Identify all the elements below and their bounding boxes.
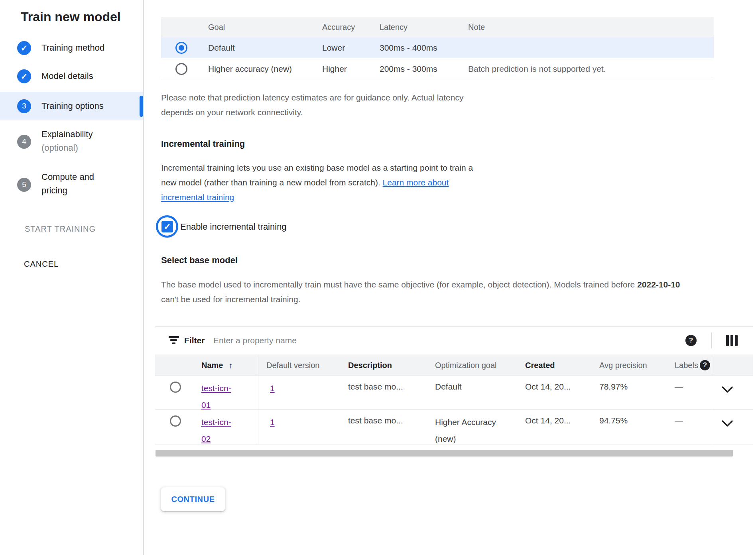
version-cell[interactable]: 1 — [270, 380, 275, 397]
filter-toolbar: Filter ? — [155, 327, 753, 354]
base-model-desc-after: can't be used for incremental training. — [161, 295, 301, 304]
latency-cell: 300ms - 400ms — [380, 37, 437, 58]
goal-column-header: Optimization goal — [435, 354, 497, 376]
help-icon[interactable]: ? — [685, 335, 697, 346]
accuracy-cell: Lower — [322, 37, 345, 58]
version-link[interactable]: 1 — [270, 384, 275, 393]
sidebar-item-training-options[interactable]: 3 Training options — [17, 99, 104, 113]
goal-row-higher-accuracy[interactable]: Higher accuracy (new) Higher 200ms - 300… — [161, 58, 714, 79]
note-column-header: Note — [468, 17, 485, 37]
column-settings-icon[interactable] — [726, 335, 738, 346]
radio-unselected[interactable] — [175, 63, 187, 75]
horizontal-scrollbar — [155, 445, 753, 457]
latency-disclaimer-text: Please note that prediction latency esti… — [161, 90, 552, 120]
goal-cell: Default — [435, 382, 462, 392]
created-cell: Oct 14, 20... — [525, 382, 571, 392]
latency-disclaimer-line1: Please note that prediction latency esti… — [161, 93, 463, 102]
goal-cell: Higher Accuracy(new) — [435, 414, 496, 447]
model-name-line2[interactable]: 01 — [201, 400, 211, 409]
filter-input[interactable] — [213, 333, 652, 348]
cancel-button[interactable]: CANCEL — [24, 260, 59, 269]
precision-column-header: Avg precision — [599, 354, 647, 376]
step-done-icon: ✓ — [17, 69, 31, 83]
enable-incremental-label: Enable incremental training — [180, 222, 287, 232]
sidebar-item-label: Training options — [41, 101, 104, 111]
goal-table-header: Goal Accuracy Latency Note — [161, 17, 714, 37]
enable-incremental-checkbox[interactable]: ✓ — [161, 221, 173, 232]
description-column-header: Description — [348, 354, 392, 376]
sidebar-item-training-method[interactable]: ✓ Training method — [17, 41, 104, 55]
model-name-line2[interactable]: 02 — [201, 434, 211, 443]
step-done-icon: ✓ — [17, 41, 31, 55]
precision-cell: 78.97% — [599, 382, 628, 392]
accuracy-cell: Higher — [322, 58, 347, 79]
toolbar-divider — [711, 333, 712, 348]
sidebar-item-explainability[interactable]: 4 — [17, 134, 31, 149]
latency-column-header: Latency — [380, 17, 408, 37]
goal-cell: Default — [208, 37, 235, 58]
sidebar-item-model-details[interactable]: ✓ Model details — [17, 69, 93, 83]
created-column-header: Created — [525, 354, 555, 376]
page-title: Train new model — [21, 10, 121, 24]
learn-more-link[interactable]: Learn more about — [383, 178, 449, 187]
step-number-icon: 4 — [17, 135, 31, 149]
radio-selected[interactable] — [175, 42, 187, 54]
scrollbar-thumb[interactable] — [156, 450, 733, 457]
labels-cell: — — [675, 382, 683, 392]
incremental-desc-line2: new model (rather than training a new mo… — [161, 178, 383, 187]
sidebar-item-label: Training method — [41, 43, 104, 53]
goal-cell: Higher accuracy (new) — [208, 58, 292, 79]
model-radio-unselected[interactable] — [170, 415, 181, 427]
model-row-test-icn-02[interactable]: test-icn-02 1 test base mo... Higher Acc… — [155, 410, 753, 445]
start-training-button[interactable]: START TRAINING — [25, 224, 96, 234]
model-radio-unselected[interactable] — [170, 382, 181, 393]
model-name-link[interactable]: test-icn-01 — [201, 380, 231, 413]
expand-row-chevron-icon[interactable] — [721, 386, 733, 395]
sidebar-item-label: Model details — [41, 71, 93, 81]
created-cell: Oct 14, 20... — [525, 416, 571, 425]
radio-dot — [179, 45, 184, 51]
labels-column-header: Labels — [675, 354, 698, 376]
sidebar-item-sublabel: (optional) — [41, 143, 78, 153]
expand-row-chevron-icon[interactable] — [721, 420, 733, 429]
column-divider — [712, 354, 712, 445]
goal-row-default[interactable]: Default Lower 300ms - 400ms — [161, 37, 714, 58]
labels-cell: — — [675, 416, 683, 425]
latency-cell: 200ms - 300ms — [380, 58, 437, 79]
base-model-table: Filter ? Name ↑ Default version Descript… — [155, 326, 753, 457]
filter-label: Filter — [184, 327, 205, 354]
model-name-line1[interactable]: test-icn- — [201, 384, 231, 393]
incremental-desc-line1: Incremental training lets you use an exi… — [161, 163, 473, 172]
select-base-model-heading: Select base model — [161, 255, 238, 266]
sidebar-item-compute-pricing[interactable]: 5 — [17, 177, 31, 192]
accuracy-column-header: Accuracy — [322, 17, 355, 37]
train-new-model-page: Train new model ✓ Training method ✓ Mode… — [0, 0, 756, 555]
learn-more-link-line2[interactable]: incremental training — [161, 193, 234, 202]
name-column-header[interactable]: Name — [201, 354, 223, 376]
model-row-test-icn-01[interactable]: test-icn-01 1 test base mo... Default Oc… — [155, 376, 753, 410]
step-number-icon: 5 — [17, 178, 31, 192]
continue-button[interactable]: CONTINUE — [161, 487, 225, 511]
goal-table: Goal Accuracy Latency Note Default Lower… — [161, 17, 714, 79]
sidebar-item-label[interactable]: Compute and — [41, 172, 94, 182]
sort-ascending-icon[interactable]: ↑ — [228, 354, 232, 376]
check-icon: ✓ — [163, 222, 171, 232]
step-number-icon: 3 — [17, 99, 31, 113]
model-table-header: Name ↑ Default version Description Optim… — [155, 354, 753, 376]
labels-help-icon[interactable]: ? — [700, 360, 710, 370]
goal-column-header: Goal — [208, 17, 225, 37]
sidebar-item-label[interactable]: Explainability — [41, 129, 93, 140]
column-divider — [258, 354, 258, 445]
active-step-indicator-bar — [140, 96, 143, 117]
version-link[interactable]: 1 — [270, 417, 275, 427]
model-name-line1[interactable]: test-icn- — [201, 417, 231, 427]
version-cell[interactable]: 1 — [270, 414, 275, 431]
version-column-header: Default version — [266, 354, 319, 376]
description-cell: test base mo... — [348, 382, 403, 392]
check-icon: ✓ — [21, 72, 28, 81]
sidebar-divider — [143, 0, 144, 555]
precision-cell: 94.75% — [599, 416, 628, 425]
latency-disclaimer-line2: depends on your network connectivity. — [161, 108, 303, 117]
base-model-desc-before: The base model used to incrementally tra… — [161, 280, 637, 289]
model-name-link[interactable]: test-icn-02 — [201, 414, 231, 447]
